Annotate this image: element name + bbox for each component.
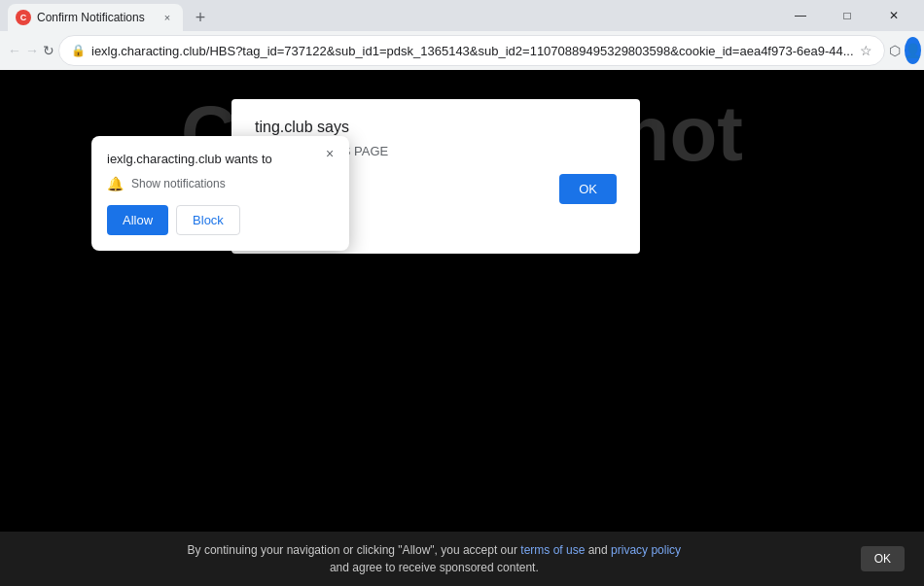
notif-popup-close-button[interactable]: ×: [320, 144, 339, 163]
back-button[interactable]: ←: [8, 35, 21, 66]
bell-icon: 🔔: [107, 176, 124, 191]
privacy-link[interactable]: privacy policy: [611, 543, 681, 557]
nav-bar: ← → ↻ 🔒 iexlg.characting.club/HBS?tag_id…: [0, 31, 924, 70]
refresh-button[interactable]: ↻: [43, 35, 54, 66]
notif-popup-title: iexlg.characting.club wants to: [107, 152, 334, 166]
page-content: Clicl ou are not ting.club says TO CLOSE…: [0, 70, 924, 586]
close-window-button[interactable]: ✕: [871, 0, 916, 31]
terms-link[interactable]: terms of use: [520, 543, 585, 557]
browser-tab[interactable]: C Confirm Notifications ×: [8, 4, 183, 31]
site-dialog-title: ting.club says: [255, 119, 617, 136]
footer-ok-button[interactable]: OK: [861, 546, 905, 571]
footer-text: By continuing your navigation or clickin…: [19, 541, 849, 576]
window-controls: — □ ✕: [778, 0, 924, 31]
site-dialog-ok-button[interactable]: OK: [559, 174, 617, 204]
minimize-button[interactable]: —: [778, 0, 823, 31]
notif-row: 🔔 Show notifications: [107, 176, 334, 191]
bookmark-icon[interactable]: ☆: [860, 43, 872, 58]
notification-permission-popup: × iexlg.characting.club wants to 🔔 Show …: [91, 136, 349, 251]
title-bar: C Confirm Notifications × + — □ ✕: [0, 0, 924, 31]
extensions-icon[interactable]: ⬡: [889, 35, 901, 66]
forward-button[interactable]: →: [25, 35, 39, 66]
footer-and-text: and: [588, 543, 608, 557]
block-button[interactable]: Block: [176, 205, 240, 235]
address-bar[interactable]: 🔒 iexlg.characting.club/HBS?tag_id=73712…: [58, 35, 885, 66]
new-tab-button[interactable]: +: [187, 4, 214, 31]
profile-icon[interactable]: 👤: [905, 37, 921, 64]
maximize-button[interactable]: □: [825, 0, 870, 31]
url-text: iexlg.characting.club/HBS?tag_id=737122&…: [91, 44, 854, 58]
allow-button[interactable]: Allow: [107, 205, 168, 235]
notif-item-label: Show notifications: [131, 177, 226, 190]
browser-window: C Confirm Notifications × + — □ ✕ ← → ↻ …: [0, 0, 924, 586]
lock-icon: 🔒: [71, 44, 86, 57]
tab-title: Confirm Notifications: [37, 11, 154, 24]
tab-strip: C Confirm Notifications × +: [0, 0, 778, 31]
footer-text-before: By continuing your navigation or clickin…: [188, 543, 517, 557]
notif-btn-row: Allow Block: [107, 205, 334, 235]
tab-favicon: C: [16, 10, 31, 25]
footer-text-after: and agree to receive sponsored content.: [330, 561, 539, 574]
footer-bar: By continuing your navigation or clickin…: [0, 532, 924, 586]
tab-close-button[interactable]: ×: [160, 10, 175, 25]
